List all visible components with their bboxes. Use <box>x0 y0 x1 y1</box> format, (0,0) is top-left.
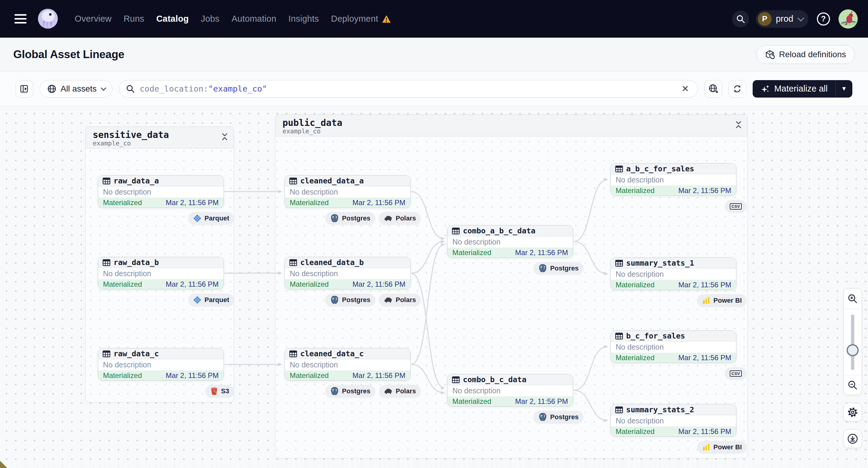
asset-tag-parquet[interactable]: Parquet <box>188 212 234 225</box>
asset-tag-polars[interactable]: Polars <box>379 385 421 398</box>
asset-node-cleaned_data_a[interactable]: cleaned_data_a No description Materializ… <box>285 175 410 208</box>
asset-tag-csv[interactable]: CSV <box>725 200 747 213</box>
asset-description: No description <box>98 186 223 198</box>
asset-node-b_c_for_sales[interactable]: b_c_for_sales No description Materialize… <box>611 331 736 363</box>
lineage-canvas[interactable]: sensitive_data example_co public_data ex… <box>0 106 868 468</box>
nav-item-overview[interactable]: Overview <box>75 14 112 24</box>
asset-tag-postgres[interactable]: Postgres <box>533 262 583 275</box>
window-corner-artifact <box>0 461 7 468</box>
asset-node-raw_data_c[interactable]: raw_data_c No description Materialized M… <box>98 348 224 381</box>
asset-node-summary_stats_1[interactable]: summary_stats_1 No description Materiali… <box>611 257 736 290</box>
asset-tag-parquet[interactable]: Parquet <box>188 293 234 306</box>
asset-node-raw_data_a[interactable]: raw_data_a No description Materialized M… <box>98 175 224 208</box>
nav-item-deployment[interactable]: Deployment <box>331 14 391 24</box>
asset-tag-row: Power BI <box>611 441 747 454</box>
asset-node-header[interactable]: raw_data_a <box>98 176 223 186</box>
global-search-button[interactable] <box>732 10 749 27</box>
nav-item-label[interactable]: Automation <box>231 14 277 24</box>
nav-item-automation[interactable]: Automation <box>231 14 277 24</box>
tag-label: Power BI <box>713 297 742 305</box>
tag-label: Power BI <box>713 443 742 451</box>
toggle-sidebar-button[interactable] <box>16 80 33 98</box>
asset-node-header[interactable]: cleaned_data_b <box>285 257 410 268</box>
graph-settings-button[interactable] <box>843 403 862 422</box>
nav-item-insights[interactable]: Insights <box>288 14 319 24</box>
refresh-button[interactable] <box>728 80 746 98</box>
collapse-group-icon[interactable] <box>221 133 228 141</box>
nav-item-label[interactable]: Jobs <box>201 14 220 24</box>
asset-scope-dropdown[interactable]: All assets <box>40 80 112 98</box>
user-avatar[interactable] <box>838 9 858 29</box>
group-header[interactable]: public_data example_co <box>275 115 747 136</box>
asset-node-combo_a_b_c_data[interactable]: combo_a_b_c_data No description Material… <box>447 225 573 258</box>
asset-tag-postgres[interactable]: Postgres <box>533 411 583 424</box>
polars-icon <box>384 387 393 395</box>
zoom-slider-handle[interactable] <box>847 344 859 356</box>
asset-tag-row: Power BI <box>611 294 747 307</box>
lineage-toolbar: All assets code_location:"example_co" ✕ <box>0 72 868 106</box>
dagster-logo[interactable] <box>37 8 59 30</box>
powerbi-icon <box>702 443 711 451</box>
nav-item-label[interactable]: Overview <box>75 14 112 24</box>
asset-status-row: Materialized Mar 2, 11:56 PM <box>98 371 223 380</box>
nav-item-runs[interactable]: Runs <box>123 14 144 24</box>
chevron-down-icon <box>798 14 804 21</box>
hamburger-menu-icon[interactable] <box>14 14 28 24</box>
materialize-all-button[interactable]: Materialize all <box>753 80 835 98</box>
environment-initial: P <box>758 12 772 26</box>
zoom-slider-track[interactable] <box>851 314 855 370</box>
asset-description: No description <box>611 415 736 427</box>
asset-search-input[interactable]: code_location:"example_co" ✕ <box>119 80 698 98</box>
asset-description: No description <box>611 175 736 186</box>
asset-tag-postgres[interactable]: Postgres <box>325 385 375 398</box>
collapse-group-icon[interactable] <box>735 121 742 129</box>
nav-item-label[interactable]: Catalog <box>156 14 189 24</box>
asset-node-combo_b_c_data[interactable]: combo_b_c_data No description Materializ… <box>447 374 573 407</box>
asset-node-header[interactable]: summary_stats_2 <box>611 404 736 415</box>
environment-switcher[interactable]: P prod <box>756 10 808 28</box>
group-repo-label: example_co <box>93 140 169 147</box>
asset-name: a_b_c_for_sales <box>626 164 694 173</box>
asset-tag-polars[interactable]: Polars <box>379 293 421 306</box>
help-button[interactable]: ? <box>815 10 832 27</box>
asset-node-header[interactable]: cleaned_data_a <box>285 176 410 186</box>
nav-item-label[interactable]: Runs <box>123 14 144 24</box>
asset-node-header[interactable]: cleaned_data_c <box>285 348 410 359</box>
nav-item-catalog[interactable]: Catalog <box>156 14 189 24</box>
materialize-options-caret[interactable]: ▼ <box>835 80 852 98</box>
asset-tag-power-bi[interactable]: Power BI <box>697 294 747 307</box>
asset-node-summary_stats_2[interactable]: summary_stats_2 No description Materiali… <box>611 404 736 437</box>
zoom-in-button[interactable] <box>844 288 862 309</box>
asset-node-header[interactable]: raw_data_b <box>98 257 223 268</box>
collapse-group-button[interactable] <box>221 133 228 142</box>
nav-item-label[interactable]: Deployment <box>331 14 378 24</box>
asset-node-header[interactable]: summary_stats_1 <box>611 258 736 269</box>
nav-item-jobs[interactable]: Jobs <box>201 14 220 24</box>
new-catalog-view-button[interactable] <box>705 80 722 98</box>
asset-node-a_b_c_for_sales[interactable]: a_b_c_for_sales No description Materiali… <box>611 163 736 196</box>
asset-node-header[interactable]: combo_b_c_data <box>447 374 573 385</box>
asset-tag-postgres[interactable]: Postgres <box>325 293 375 306</box>
asset-node-raw_data_b[interactable]: raw_data_b No description Materialized M… <box>98 257 224 289</box>
tag-label: S3 <box>221 387 229 395</box>
asset-status-label: Materialized <box>616 353 654 362</box>
asset-node-cleaned_data_b[interactable]: cleaned_data_b No description Materializ… <box>285 257 410 289</box>
asset-tag-s3[interactable]: S3 <box>206 385 234 398</box>
download-graph-button[interactable] <box>843 430 862 448</box>
zoom-out-button[interactable] <box>844 375 862 395</box>
parquet-icon <box>193 296 202 304</box>
asset-tag-postgres[interactable]: Postgres <box>325 212 375 225</box>
asset-node-header[interactable]: b_c_for_sales <box>611 331 736 342</box>
group-header[interactable]: sensitive_data example_co <box>86 127 234 149</box>
asset-node-header[interactable]: combo_a_b_c_data <box>447 225 573 237</box>
asset-tag-polars[interactable]: Polars <box>379 212 421 225</box>
asset-tag-csv[interactable]: CSV <box>725 367 747 380</box>
asset-tag-power-bi[interactable]: Power BI <box>697 441 747 454</box>
collapse-group-button[interactable] <box>735 121 742 130</box>
reload-definitions-button[interactable]: Reload definitions <box>756 45 855 64</box>
asset-node-cleaned_data_c[interactable]: cleaned_data_c No description Materializ… <box>285 348 410 381</box>
clear-search-icon[interactable]: ✕ <box>680 84 691 94</box>
asset-node-header[interactable]: a_b_c_for_sales <box>611 163 736 175</box>
nav-item-label[interactable]: Insights <box>288 14 319 24</box>
asset-node-header[interactable]: raw_data_c <box>98 348 223 359</box>
